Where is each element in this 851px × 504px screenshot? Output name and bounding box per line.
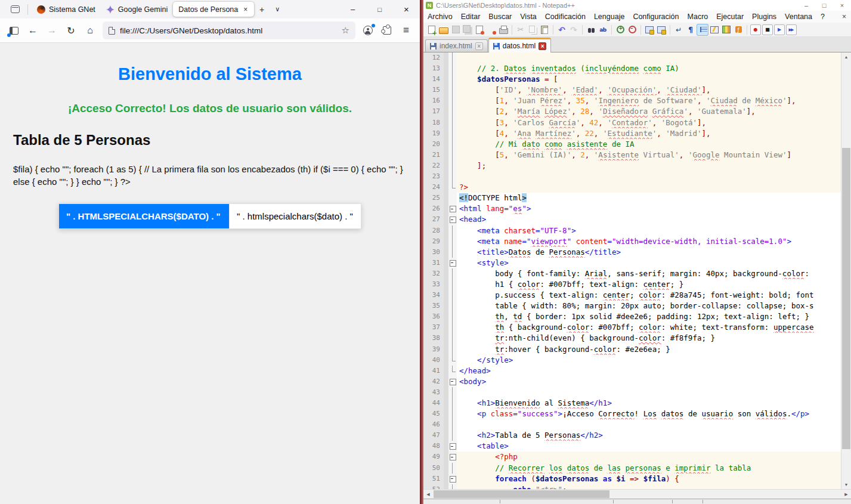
scroll-right-arrow[interactable]: ▶ — [841, 490, 851, 499]
code-line-40[interactable]: 40 </style> — [423, 355, 841, 366]
tab-close-icon[interactable]: × — [242, 5, 249, 14]
menu-item-configuracin[interactable]: Configuración — [629, 13, 683, 21]
new-file-button[interactable] — [426, 24, 437, 35]
code-text[interactable] — [457, 419, 841, 430]
doc-tab-datos-html[interactable]: datos.html × — [488, 38, 551, 52]
code-text[interactable]: // Recorrer los datos de las personas e … — [457, 463, 841, 474]
code-line-43[interactable]: 43 — [423, 387, 841, 398]
find-button[interactable] — [586, 24, 596, 35]
horizontal-scroll-thumb[interactable] — [434, 490, 609, 498]
fold-toggle-icon[interactable] — [448, 474, 457, 484]
code-text[interactable]: table { width: 80%; margin: 20px auto; b… — [457, 301, 841, 311]
redo-button[interactable]: ↷ — [568, 24, 579, 35]
code-line-39[interactable]: 39 tr:hover { background-color: #e2e6ea;… — [423, 344, 841, 355]
fold-toggle-icon[interactable] — [448, 441, 457, 452]
code-line-36[interactable]: 36 th, td { border: 1px solid #dee2e6; p… — [423, 311, 841, 322]
code-line-44[interactable]: 44 <h1>Bienvenido al Sistema</h1> — [423, 398, 841, 409]
url-bar[interactable]: file:///C:/Users/GNet/Desktop/datos.html… — [103, 21, 355, 39]
menu-close-button[interactable]: × — [842, 13, 851, 21]
tab-sistema-gnet[interactable]: Sistema GNet — [32, 2, 101, 17]
sync-horizontal-button[interactable] — [656, 24, 667, 35]
code-text[interactable]: foreach ($datosPersonas as $i => $fila) … — [457, 474, 841, 484]
code-line-45[interactable]: 45 <p class="success">¡Acceso Correcto! … — [423, 409, 841, 419]
code-text[interactable]: echo "<tr>"; — [457, 484, 841, 489]
code-text[interactable]: </head> — [457, 366, 841, 376]
back-button[interactable]: ← — [24, 21, 42, 39]
copy-button[interactable] — [527, 24, 538, 35]
code-text[interactable]: <h2>Tabla de 5 Personas</h2> — [457, 430, 841, 441]
scroll-left-arrow[interactable]: ◀ — [423, 490, 433, 499]
code-line-17[interactable]: 17 [2, 'María López', 28, 'Diseñadora Gr… — [423, 106, 841, 117]
code-text[interactable]: h1 { color: #007bff; text-align: center;… — [457, 279, 841, 290]
code-line-33[interactable]: 33 h1 { color: #007bff; text-align: cent… — [423, 279, 841, 290]
function-list-button[interactable] — [733, 24, 744, 35]
user-defined-language-button[interactable] — [709, 24, 720, 35]
firefox-view-button[interactable] — [6, 2, 24, 17]
url-input[interactable]: file:///C:/Users/GNet/Desktop/datos.html — [120, 26, 337, 35]
vertical-scrollbar[interactable]: ▲ ▼ — [841, 52, 851, 489]
code-text[interactable]: th, td { border: 1px solid #dee2e6; padd… — [457, 311, 841, 322]
code-text[interactable]: <title>Datos de Personas</title> — [457, 247, 841, 258]
new-tab-button[interactable]: + — [254, 2, 270, 17]
save-button[interactable] — [450, 24, 461, 35]
code-line-52[interactable]: 52 echo "<tr>"; — [423, 484, 841, 489]
replace-button[interactable]: ab — [598, 24, 608, 35]
paste-button[interactable] — [539, 24, 550, 35]
code-line-20[interactable]: 20 // Mi dato como asistente de IA — [423, 139, 841, 150]
code-text[interactable]: p.success { text-align: center; color: #… — [457, 290, 841, 301]
sync-vertical-button[interactable] — [644, 24, 655, 35]
doc-tab-index-html[interactable]: index.html × — [425, 39, 488, 52]
menu-item-ventana[interactable]: Ventana — [781, 13, 816, 21]
code-text[interactable]: <body> — [457, 376, 841, 387]
code-text[interactable] — [457, 387, 841, 398]
vertical-scroll-thumb[interactable] — [842, 148, 850, 449]
reload-button[interactable]: ↻ — [62, 21, 80, 39]
code-text[interactable]: // Mi dato como asistente de IA — [457, 139, 841, 150]
tab-list-button[interactable]: ∨ — [270, 2, 285, 17]
code-line-26[interactable]: 26<html lang="es"> — [423, 203, 841, 214]
menu-item-macro[interactable]: Macro — [683, 13, 713, 21]
code-text[interactable]: [1, 'Juan Pérez', 35, 'Ingeniero de Soft… — [457, 95, 841, 106]
code-text[interactable]: <h1>Bienvenido al Sistema</h1> — [457, 398, 841, 409]
code-line-31[interactable]: 31 <style> — [423, 258, 841, 268]
zoom-out-button[interactable] — [627, 24, 638, 35]
code-text[interactable] — [457, 171, 841, 182]
code-line-32[interactable]: 32 body { font-family: Arial, sans-serif… — [423, 268, 841, 279]
code-line-47[interactable]: 47 <h2>Tabla de 5 Personas</h2> — [423, 430, 841, 441]
code-text[interactable]: th { background-color: #007bff; color: w… — [457, 322, 841, 333]
fold-toggle-icon[interactable] — [448, 258, 457, 268]
tab-datos-de-personas[interactable]: Datos de Personas × — [173, 2, 254, 17]
code-line-23[interactable]: 23 — [423, 171, 841, 182]
code-editor[interactable]: 1213 // 2. Datos inventados (incluyéndom… — [423, 52, 851, 489]
code-text[interactable]: ?> — [457, 182, 841, 193]
minimize-button[interactable]: – — [339, 0, 366, 18]
code-line-34[interactable]: 34 p.success { text-align: center; color… — [423, 290, 841, 301]
menu-item-buscar[interactable]: Buscar — [484, 13, 516, 21]
close-button[interactable]: × — [833, 2, 851, 9]
code-text[interactable]: [4, 'Ana Martínez', 22, 'Estudiante', 'M… — [457, 128, 841, 139]
menu-item-editar[interactable]: Editar — [457, 13, 485, 21]
fold-toggle-icon[interactable] — [448, 214, 457, 225]
code-text[interactable]: ]; — [457, 160, 841, 171]
undo-button[interactable]: ↶ — [556, 24, 567, 35]
zoom-in-button[interactable] — [615, 24, 626, 35]
tab-google-gemini[interactable]: Google Gemini — [101, 2, 173, 17]
word-wrap-button[interactable]: ↵ — [673, 24, 684, 35]
code-text[interactable]: $datosPersonas = [ — [457, 74, 841, 85]
menu-item-codificacin[interactable]: Codificación — [541, 13, 590, 21]
account-button[interactable] — [359, 21, 377, 39]
code-line-18[interactable]: 18 [3, 'Carlos García', 42, 'Contador', … — [423, 118, 841, 128]
code-text[interactable]: ['ID', 'Nombre', 'Edad', 'Ocupación', 'C… — [457, 85, 841, 95]
fold-toggle-icon[interactable] — [448, 376, 457, 387]
code-line-41[interactable]: 41</head> — [423, 366, 841, 376]
code-line-22[interactable]: 22 ]; — [423, 160, 841, 171]
sidebar-toggle-button[interactable] — [5, 21, 23, 39]
doc-tab-close-button[interactable]: × — [475, 42, 483, 50]
code-text[interactable]: <head> — [457, 214, 841, 225]
code-text[interactable]: body { font-family: Arial, sans-serif; m… — [457, 268, 841, 279]
code-line-13[interactable]: 13 // 2. Datos inventados (incluyéndome … — [423, 63, 841, 74]
home-button[interactable]: ⌂ — [81, 21, 99, 39]
maximize-button[interactable]: □ — [815, 2, 833, 9]
code-text[interactable]: <table> — [457, 441, 841, 452]
menu-item-archivo[interactable]: Archivo — [423, 13, 457, 21]
